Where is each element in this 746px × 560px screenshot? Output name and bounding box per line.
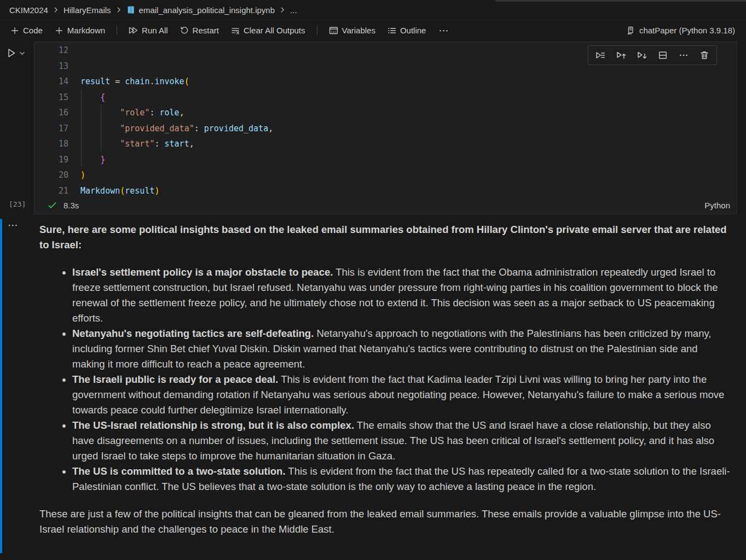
breadcrumb: CKIM2024 HillaryEmails email_analysis_po… [0,0,746,20]
code-line: 17 "provided_data": provided_data, [34,121,737,137]
svg-text:(x): (x) [331,30,337,33]
cell-status-bar: 8.3s Python [34,197,737,214]
code-line: 15 { [34,90,737,106]
output-intro: Sure, here are some political insights b… [39,222,730,253]
code-editor[interactable]: 121314result = chain.invoke(15 {16 "role… [34,42,737,199]
code-line: 20) [34,167,737,183]
run-all-icon [129,26,138,35]
restart-icon [180,26,189,35]
execution-duration: 8.3s [63,201,79,210]
insight-bullet: Netanyahu's negotiating tactics are self… [72,326,730,372]
chevron-right-icon [52,6,60,14]
kernel-picker[interactable]: chatPaper (Python 3.9.18) [622,24,739,37]
execution-count: [23] [9,200,26,208]
scrollbar-thumb[interactable] [495,0,746,2]
toolbar-more-button[interactable]: ⋯ [433,24,454,38]
breadcrumb-item-folder[interactable]: HillaryEmails [62,5,113,15]
restart-kernel-button[interactable]: Restart [175,23,224,38]
outline-icon [388,26,396,35]
output-closing: These are just a few of the political in… [39,506,730,537]
indent-guide [101,104,101,151]
breadcrumb-item-root[interactable]: CKIM2024 [8,5,50,15]
toolbar-separator [117,26,117,35]
toolbar-separator [317,26,317,35]
breadcrumb-file-label: email_analysis_political_insight.ipynb [139,5,275,15]
code-line: 16 "role": role, [34,105,737,121]
add-code-cell-button[interactable]: Code [5,23,48,38]
insight-bullet: The US-Israel relationship is strong, bu… [72,418,730,464]
cell-output: Sure, here are some political insights b… [39,222,730,537]
cell-toolbar [588,45,717,65]
chevron-right-icon [115,6,123,14]
variables-button[interactable]: (x) Variables [324,23,380,38]
insight-bullet: Israel's settlement policy is a major ob… [72,265,730,326]
delete-cell-button[interactable] [699,50,709,60]
code-line: 19 } [34,152,737,168]
output-focus-indicator [0,219,2,553]
clear-all-outputs-button[interactable]: Clear All Outputs [226,23,310,38]
output-more-button[interactable]: ⋯ [8,219,19,231]
code-line: 14result = chain.invoke( [34,74,737,90]
kernel-icon [626,26,635,35]
insight-bullet: The Israeli public is ready for a peace … [72,372,730,418]
breadcrumb-item-file[interactable]: email_analysis_political_insight.ipynb [125,5,276,15]
plus-icon [55,26,63,35]
variables-icon: (x) [329,26,338,35]
code-lines: 121314result = chain.invoke(15 {16 "role… [34,43,737,199]
notebook-file-icon [126,5,135,14]
notebook-toolbar: Code Markdown Run All Restart Clear All … [0,20,746,40]
more-actions-button[interactable] [679,50,689,60]
code-line: 18 "start": start, [34,136,737,152]
code-cell: 121314result = chain.invoke(15 {16 "role… [34,42,737,214]
add-markdown-cell-button[interactable]: Markdown [50,23,110,38]
play-icon [5,47,18,59]
execute-cells-button[interactable] [595,50,605,60]
chevron-down-icon[interactable] [19,47,25,56]
execute-below-button[interactable] [637,50,647,60]
code-line: 21Markdown(result) [34,183,737,199]
run-all-button[interactable]: Run All [124,23,173,38]
language-picker[interactable]: Python [704,201,730,210]
run-cell-button[interactable] [5,47,25,59]
breadcrumb-item-more[interactable]: ... [288,5,299,15]
plus-icon [10,26,19,35]
execute-above-button[interactable] [616,50,626,60]
indent-guide [81,89,82,167]
success-check-icon [48,201,57,210]
chevron-right-icon [279,6,286,14]
insight-bullet: The US is committed to a two-state solut… [72,464,730,494]
notebook-editor: CKIM2024 HillaryEmails email_analysis_po… [0,0,746,560]
split-cell-button[interactable] [658,50,668,60]
outline-button[interactable]: Outline [383,23,431,38]
insight-list: Israel's settlement policy is a major ob… [39,265,730,494]
clear-outputs-icon [231,26,240,35]
